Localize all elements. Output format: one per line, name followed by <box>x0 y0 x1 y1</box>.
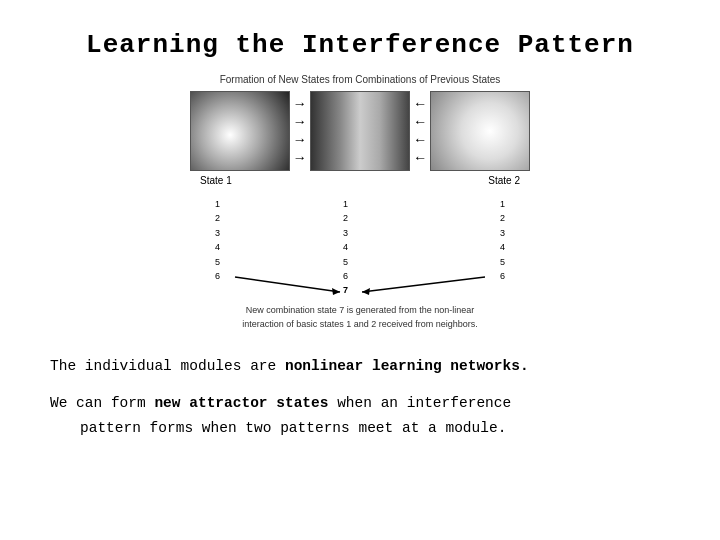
svg-marker-3 <box>362 288 370 295</box>
main-page: Learning the Interference Pattern Format… <box>0 0 720 540</box>
state1-gradient <box>191 92 289 170</box>
text-section: The individual modules are nonlinear lea… <box>50 355 670 443</box>
svg-line-0 <box>235 277 340 292</box>
diagram-caption-bottom: New combination state 7 is generated fro… <box>242 304 478 331</box>
arrow-right-1: → <box>296 97 304 111</box>
state2-image <box>430 91 530 171</box>
text1-bold: nonlinear learning networks. <box>285 358 529 374</box>
center-state-image <box>310 91 410 171</box>
arrow-left-3: ← <box>416 133 424 147</box>
text-line-1: The individual modules are nonlinear lea… <box>50 355 670 378</box>
convergence-arrows-svg <box>170 192 550 302</box>
caption-line1: New combination state 7 is generated fro… <box>242 304 478 318</box>
text1-prefix: The individual modules are <box>50 358 285 374</box>
state1-label: State 1 <box>200 175 232 186</box>
page-title: Learning the Interference Pattern <box>50 30 670 60</box>
text2-suffix1: when an interference <box>328 395 511 411</box>
text-line-2: We can form new attractor states when an… <box>50 392 670 415</box>
arrow-right-4: → <box>296 151 304 165</box>
center-gradient <box>311 92 409 170</box>
states-row: → → → → ← ← ← ← <box>190 91 531 171</box>
state1-image <box>190 91 290 171</box>
numbers-section: 123456 1234567 123456 <box>170 192 550 302</box>
state2-label: State 2 <box>488 175 520 186</box>
diagram-caption-top: Formation of New States from Combination… <box>220 74 501 85</box>
arrow-right-2: → <box>296 115 304 129</box>
text-line-3: pattern forms when two patterns meet at … <box>80 417 670 440</box>
caption-line2: interaction of basic states 1 and 2 rece… <box>242 318 478 332</box>
arrow-left-4: ← <box>416 151 424 165</box>
text2-bold: new attractor states <box>154 395 328 411</box>
state2-gradient <box>431 92 529 170</box>
diagram: Formation of New States from Combination… <box>110 74 610 331</box>
text2-prefix: We can form <box>50 395 154 411</box>
svg-line-2 <box>362 277 485 292</box>
state-labels-row: State 1 State 2 <box>190 175 530 186</box>
spacer <box>50 380 670 392</box>
diagram-container: Formation of New States from Combination… <box>50 74 670 331</box>
arrows-left: → → → → <box>290 97 310 165</box>
arrow-left-1: ← <box>416 97 424 111</box>
arrows-right: ← ← ← ← <box>410 97 430 165</box>
text2-line2: pattern forms when two patterns meet at … <box>80 420 506 436</box>
svg-marker-1 <box>332 288 340 295</box>
arrow-right-3: → <box>296 133 304 147</box>
arrow-left-2: ← <box>416 115 424 129</box>
